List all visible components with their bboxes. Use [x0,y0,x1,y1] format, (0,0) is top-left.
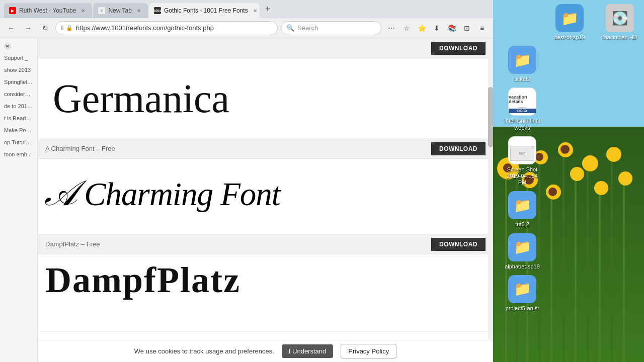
nav-bar: ← → ↻ ℹ 🔒 https://www.1001freefonts.com/… [0,18,493,38]
charming-font-label: A Charming Font – Free [45,145,115,152]
new-tab-favicon: ⊕ [98,7,105,14]
tab-label: New Tab [108,7,131,14]
cookie-bar: We use cookies to track usage and prefer… [38,340,493,362]
font-header-germanica-top: DOWNLOAD [38,38,493,58]
extensions-button[interactable]: ⋯ [384,21,398,35]
font-header-charming: A Charming Font – Free DOWNLOAD [38,139,493,159]
new-tab-button[interactable]: + [261,2,275,16]
sidebar-item-show2013[interactable]: show 2013 [0,64,37,76]
desktop-icon-label: project5-artist [506,305,539,312]
tab-close-new[interactable]: ✕ [135,7,143,15]
desktop-icon-tut6-2[interactable]: 📁 tut6 2 [502,191,542,228]
tab-bar: ▶ Ruth West - YouTube ✕ ⊕ New Tab ✕ 1001… [0,0,493,18]
download-button-charming[interactable]: DOWNLOAD [431,142,486,155]
folder-icon: 📁 [555,4,584,32]
desktop-icon-screenshot[interactable]: img Screen Shot 2019-04...54 PM [502,136,542,187]
cookie-message: We use cookies to track usage and prefer… [134,347,274,355]
bookmark-star-button[interactable]: ⭐ [415,21,429,35]
drive-icon: 💽 [606,4,634,32]
desktop-icon-internship[interactable]: vacation details ........ DOCX internshi… [502,87,542,131]
dampf-font-label: DampfPlatz – Free [45,240,100,248]
desktop-icon-best-of-sp19[interactable]: 📁 best-of-sp19 [549,4,590,41]
desktop-icon-label: internship final weeks [502,118,542,131]
sidebar-item-support[interactable]: Support _ [0,52,37,64]
desktop-icon-alphabet-sp19[interactable]: 📁 alphabet-sp19 [502,233,542,270]
desktop-icon-label: Screen Shot 2019-04...54 PM [502,166,542,187]
sidebar-item-label: Support _ [4,55,28,61]
dampf-preview-text: DampfPlatz [45,259,240,301]
desktop-icon-tickets[interactable]: 📁 tickets [502,46,542,82]
sidebar-item-label: Springfield College [4,79,37,85]
sidebar-item-label: show 2013 [4,67,31,73]
gothic-favicon: 1001 [154,7,161,14]
tab-new[interactable]: ⊕ New Tab ✕ [93,3,147,18]
back-button[interactable]: ← [4,21,18,35]
browser-window: ▶ Ruth West - YouTube ✕ ⊕ New Tab ✕ 1001… [0,0,493,362]
sidebar-item-toon[interactable]: toon emb... [0,148,37,160]
docx-icon: vacation details ........ DOCX [508,87,536,116]
bookmarks-button[interactable]: ☆ [399,21,414,35]
scroll-thumb[interactable] [488,87,493,147]
folder-icon: 📁 [508,233,536,261]
folder-icon: 📁 [508,191,536,219]
search-icon: 🔍 [286,24,294,32]
download-button-germanica-top[interactable]: DOWNLOAD [431,42,486,55]
tab-close-youtube[interactable]: ✕ [79,7,87,15]
germanica-preview-text: Germanica [53,74,229,123]
sidebar-item-itis-ready[interactable]: t is Ready!... [0,112,37,124]
search-box[interactable]: 🔍 Search [281,21,381,35]
sidebar-close-button[interactable]: ✕ [4,43,11,50]
desktop-icon-label: tickets [514,76,530,82]
download-button-dampf[interactable]: DOWNLOAD [431,238,486,251]
menu-button[interactable]: ≡ [475,21,489,35]
browser-body: ✕ Support _ show 2013 Springfield Colleg… [0,38,493,362]
font-header-dampf: DampfPlatz – Free DOWNLOAD [38,234,493,254]
scroll-track[interactable] [488,38,493,362]
sidebar-item-considerations[interactable]: considerations... [0,88,37,100]
cookie-policy-button[interactable]: Privacy Policy [341,344,396,358]
forward-button[interactable]: → [21,21,35,35]
library-button[interactable]: 📚 [445,21,459,35]
folder-icon: 📁 [508,275,536,303]
desktop-icon-label: best-of-sp19 [554,34,585,41]
tab-label: Ruth West - YouTube [19,7,76,14]
nav-icons: ⋯ ☆ ⭐ ⬇ 📚 ⊡ ≡ [384,21,489,35]
refresh-button[interactable]: ↻ [38,21,52,35]
tab-label: Gothic Fonts - 1001 Free Fonts [164,7,248,14]
cookie-understand-button[interactable]: I Understand [282,344,333,358]
desktop-icon-project5-artist[interactable]: 📁 project5-artist [502,275,542,312]
screenshot-icon: img [508,136,536,164]
sidebar-item-label: t is Ready!... [4,115,35,121]
desktop-icon-macintosh-hd[interactable]: 💽 Macintosh HD [600,4,640,41]
desktop-icon-label: tut6 2 [515,221,529,228]
address-bar[interactable]: ℹ 🔒 https://www.1001freefonts.com/gothic… [55,21,278,35]
download-button[interactable]: ⬇ [430,21,444,35]
font-preview-charming: 𝒜 Charming Font [38,159,493,234]
sidebar-item-makeportr[interactable]: Make Portr... [0,124,37,136]
font-preview-germanica: Germanica [38,58,493,139]
sidebar-item-phototut[interactable]: op Tutorial... [0,136,37,148]
font-preview-dampf: DampfPlatz [38,254,493,332]
sidebar-item-label: de to 2019 ... [4,103,36,109]
main-content: DOWNLOAD Germanica A Charming Font – Fre… [38,38,493,362]
sidebar: ✕ Support _ show 2013 Springfield Colleg… [0,38,38,362]
sidebar-item-label: Make Portr... [4,127,35,133]
sidebar-item-springfield[interactable]: Springfield College [0,76,37,88]
lock-icon: 🔒 [66,25,73,31]
address-text: https://www.1001freefonts.com/gothic-fon… [76,24,272,32]
sidebar-item-label: considerations... [4,91,37,97]
youtube-favicon: ▶ [9,7,16,14]
info-icon: ℹ [61,25,63,31]
folder-icon: 📁 [508,46,536,74]
sidebar-item-de2019[interactable]: de to 2019 ... [0,100,37,112]
desktop-icon-label: Macintosh HD [602,34,637,41]
tab-youtube[interactable]: ▶ Ruth West - YouTube ✕ [4,3,92,18]
desktop-icon-label: alphabet-sp19 [505,263,540,270]
tab-gothic[interactable]: 1001 Gothic Fonts - 1001 Free Fonts ✕ [149,3,260,18]
search-placeholder: Search [297,24,318,32]
sync-button[interactable]: ⊡ [460,21,474,35]
charming-preview-text: 𝒜 Charming Font [45,173,280,214]
tab-close-gothic[interactable]: ✕ [251,7,259,15]
sidebar-item-label: toon emb... [4,151,32,157]
sidebar-item-label: op Tutorial... [4,139,35,145]
